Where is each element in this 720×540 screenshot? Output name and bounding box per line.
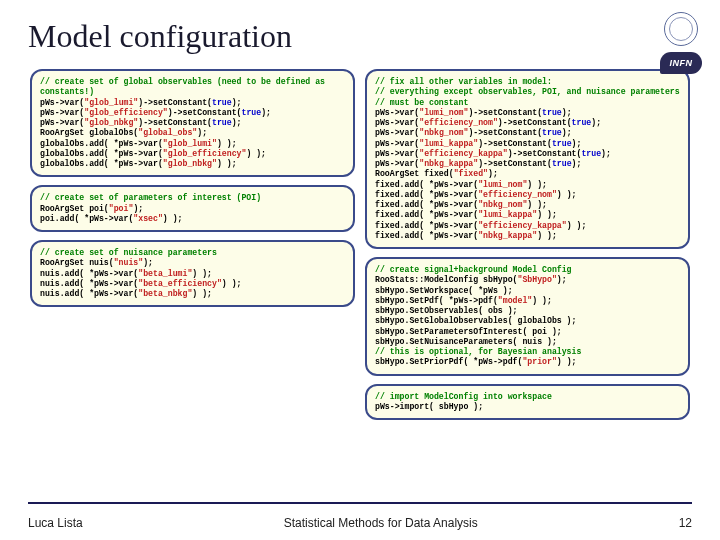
code-block-modelconfig: // create signal+background Model Config…	[365, 257, 690, 376]
infn-logo-icon: INFN	[660, 52, 702, 74]
footer-divider	[28, 502, 692, 504]
code-comment: // create set of global observables (nee…	[40, 77, 330, 96]
right-column: // fix all other variables in model: // …	[365, 69, 690, 420]
code-block-poi: // create set of parameters of interest …	[30, 185, 355, 232]
code-comment: // fix all other variables in model:	[375, 77, 552, 86]
footer-author: Luca Lista	[28, 516, 83, 530]
code-comment: // create set of nuisance parameters	[40, 248, 217, 257]
code-comment: // create set of parameters of interest …	[40, 193, 261, 202]
page-number: 12	[679, 516, 692, 530]
code-block-import: // import ModelConfig into workspace pWs…	[365, 384, 690, 421]
slide: Model configuration INFN // create set o…	[0, 0, 720, 540]
code-comment: // create signal+background Model Config	[375, 265, 572, 274]
content-columns: // create set of global observables (nee…	[28, 69, 692, 420]
logo-area: INFN	[660, 12, 702, 74]
footer-title: Statistical Methods for Data Analysis	[83, 516, 679, 530]
university-seal-icon	[664, 12, 698, 46]
code-block-fix-vars: // fix all other variables in model: // …	[365, 69, 690, 249]
code-block-nuisance: // create set of nuisance parameters Roo…	[30, 240, 355, 307]
code-block-global-obs: // create set of global observables (nee…	[30, 69, 355, 177]
slide-title: Model configuration	[28, 18, 692, 55]
code-comment: // import ModelConfig into workspace	[375, 392, 552, 401]
left-column: // create set of global observables (nee…	[30, 69, 355, 420]
footer: Luca Lista Statistical Methods for Data …	[28, 516, 692, 530]
